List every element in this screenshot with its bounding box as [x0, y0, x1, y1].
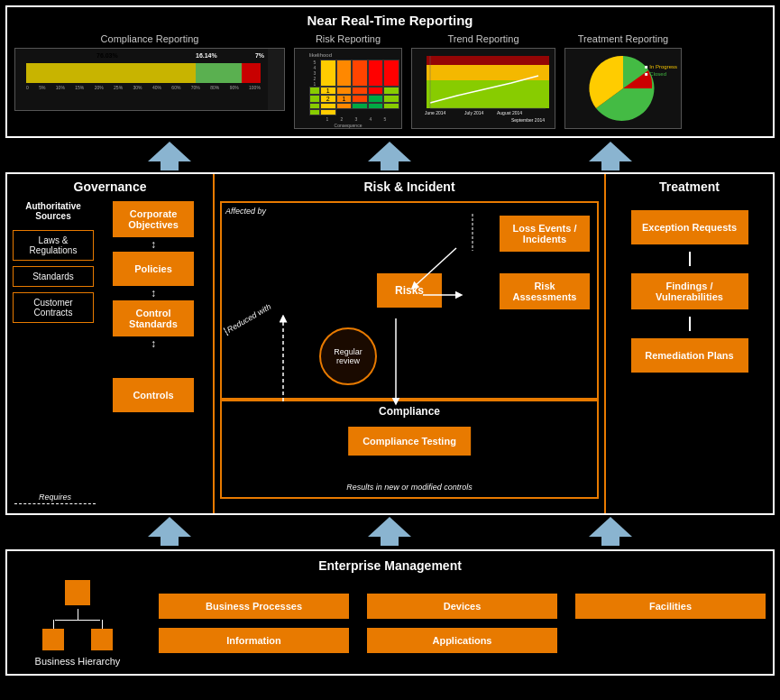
empty-cell — [575, 628, 766, 653]
business-processes-box: Business Processes — [159, 594, 349, 619]
facilities-box: Facilities — [575, 594, 766, 619]
governance-title: Governance — [13, 180, 207, 194]
governance-inner: Authoritative Sources Laws & Regulations… — [13, 201, 207, 412]
chain-arrow-2: ↕ — [151, 288, 156, 299]
treatment-chart: ■ In Progress ■ Closed — [564, 48, 682, 129]
exception-requests-box: Exception Requests — [631, 210, 748, 244]
compliance-border: Compliance Compliance Testing Results in… — [220, 400, 599, 499]
reporting-title: Near Real-Time Reporting — [14, 13, 766, 28]
enterprise-section: Enterprise Management — [5, 549, 775, 676]
hierarchy-label: Business Hierarchy — [35, 656, 121, 667]
trend-chart: June 2014 July 2014 August 2014 Septembe… — [411, 48, 555, 129]
regular-review-label: Regular review — [321, 347, 375, 365]
middle-section: Governance Authoritative Sources Laws & … — [5, 172, 775, 515]
standards-box: Standards — [13, 266, 94, 287]
governance-panel: Governance Authoritative Sources Laws & … — [7, 174, 215, 513]
compliance-reporting-container: Compliance Reporting 0 5% 10% 15% — [14, 33, 285, 111]
arrows-row-2 — [5, 515, 775, 548]
information-box: Information — [159, 628, 349, 653]
treatment-reporting-container: Treatment Reporting ■ In Progress — [564, 33, 682, 129]
risk-incident-panel: Risk & Incident Compliance Compliance Te… — [215, 174, 606, 513]
reporting-section: Near Real-Time Reporting Compliance Repo… — [5, 5, 775, 138]
main-container: Near Real-Time Reporting Compliance Repo… — [0, 0, 780, 681]
compliance-chart: 0 5% 10% 15% 20% 25% 30% 40% 60% 70% 80%… — [14, 48, 285, 111]
controls-box: Controls — [113, 378, 194, 412]
affected-by-label: Affected by — [225, 207, 266, 216]
risk-incident-title: Risk & Incident — [220, 180, 599, 194]
hierarchy-section: Business Hierarchy — [14, 580, 141, 667]
chain-arrow-3: ↕ — [151, 338, 156, 349]
compliance-chart-label: Compliance Reporting — [101, 33, 199, 44]
risks-box: Risks — [377, 273, 442, 308]
treatment-inner: Exception Requests Findings / Vulnerabil… — [611, 201, 767, 373]
corporate-objectives-box: Corporate Objectives — [113, 201, 194, 237]
treatment-chart-label: Treatment Reporting — [578, 33, 668, 44]
compliance-testing-box: Compliance Testing — [348, 427, 471, 456]
remediation-plans-box: Remediation Plans — [631, 338, 748, 373]
policies-box: Policies — [113, 252, 194, 286]
up-arrow-2 — [368, 142, 411, 170]
up-arrow-6 — [589, 517, 632, 546]
risk-content: Compliance Compliance Testing Results in… — [220, 201, 599, 499]
trend-reporting-container: Trend Reporting June 2014 — [411, 33, 555, 129]
regular-review-circle: Regular review — [319, 327, 377, 385]
risk-reporting-container: Risk Reporting likelihood 5 4 3 2 1 — [294, 33, 402, 129]
treatment-panel: Treatment Exception Requests Findings / … — [606, 174, 773, 513]
compliance-title: Compliance — [222, 401, 597, 421]
arrows-row-1 — [5, 140, 775, 172]
control-standards-box: Control Standards — [113, 300, 194, 336]
loss-events-box: Loss Events / Incidents — [500, 216, 590, 252]
customer-contracts-box: Customer Contracts — [13, 292, 94, 323]
trend-chart-label: Trend Reporting — [447, 33, 518, 44]
results-label: Results in new or modified controls — [222, 483, 597, 492]
enterprise-inner: Business Hierarchy Business Processes De… — [14, 580, 766, 667]
reporting-charts: Compliance Reporting 0 5% 10% 15% — [14, 33, 766, 129]
up-arrow-5 — [368, 517, 411, 546]
up-arrow-1 — [148, 142, 191, 170]
applications-box: Applications — [367, 628, 557, 653]
up-arrow-4 — [148, 517, 191, 546]
gov-chain: Corporate Objectives ↕ Policies ↕ Contro… — [99, 201, 207, 412]
requires-label: Requires — [14, 493, 96, 504]
risk-chart-label: Risk Reporting — [316, 33, 381, 44]
auth-sources: Authoritative Sources Laws & Regulations… — [13, 201, 94, 412]
chain-arrow-1: ↕ — [151, 239, 156, 250]
enterprise-items-grid: Business Processes Devices Facilities In… — [159, 594, 766, 653]
risk-chart: likelihood 5 4 3 2 1 — [294, 48, 402, 129]
devices-box: Devices — [367, 594, 557, 619]
hierarchy-tree — [42, 580, 113, 650]
treatment-title: Treatment — [611, 180, 767, 194]
findings-vulnerabilities-box: Findings / Vulnerabilities — [631, 273, 748, 309]
risk-assessments-box: Risk Assessments — [500, 273, 590, 309]
up-arrow-3 — [589, 142, 632, 170]
treatment-connector-1 — [689, 252, 691, 266]
treatment-connector-2 — [689, 317, 691, 331]
enterprise-title: Enterprise Management — [14, 558, 766, 573]
laws-regulations-box: Laws & Regulations — [13, 230, 94, 261]
auth-sources-label: Authoritative Sources — [13, 201, 94, 221]
